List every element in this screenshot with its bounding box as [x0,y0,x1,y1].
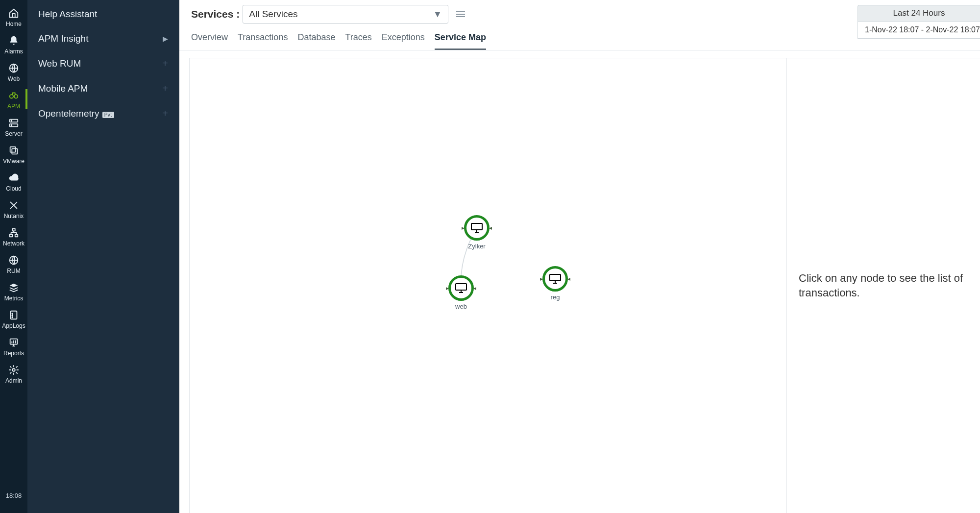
rail-item-web[interactable]: Web [0,58,27,85]
rail-item-network[interactable]: Network [0,222,27,250]
panel-item-web-rum[interactable]: Web RUM+ [27,51,179,76]
node-ring: ▸ ◂ [464,215,490,241]
panel-item-label: Help Assistant [38,9,168,20]
panel-item-help-assistant[interactable]: Help Assistant [27,2,179,26]
svg-rect-13 [11,311,17,319]
node-handle-right[interactable]: ◂ [567,276,571,281]
rail-item-label: RUM [0,268,27,274]
tab-overview[interactable]: Overview [191,32,228,50]
svg-point-2 [14,95,18,98]
tab-transactions[interactable]: Transactions [238,32,288,50]
rail-item-admin[interactable]: Admin [0,360,27,387]
globe-icon [0,62,27,74]
service-node-reg[interactable]: ▸ ◂ reg [542,266,568,301]
node-handle-left[interactable]: ▸ [461,225,465,230]
service-node-web[interactable]: ▸ ◂ web [448,275,474,310]
rail-item-nutanix[interactable]: Nutanix [0,195,27,222]
rail-item-metrics[interactable]: Metrics [0,277,27,305]
panel-item-label: Web RUM [38,58,162,69]
rail-item-rum[interactable]: RUM [0,250,27,277]
time-range-label[interactable]: 1-Nov-22 18:07 - 2-Nov-22 18:07 [858,21,980,39]
tab-database[interactable]: Database [297,32,335,50]
rail-item-applogs[interactable]: AppLogs [0,305,27,332]
service-map-canvas[interactable]: ▸ ◂ Zylker ▸ ◂ web ▸ ◂ reg [189,58,786,513]
svg-rect-25 [550,274,561,281]
reports-icon [0,336,27,349]
pvt-badge: Pvt [102,112,114,118]
tab-traces[interactable]: Traces [345,32,371,50]
node-label: web [448,303,474,310]
rail-clock: 18:08 [0,492,27,499]
rail-item-label: Home [0,21,27,27]
time-quick-label[interactable]: Last 24 Hours [858,5,980,21]
chevron-right-icon: ▶ [163,35,168,43]
rail-item-label: Alarms [0,48,27,55]
svg-point-5 [11,121,12,122]
rail-item-apm[interactable]: APM [0,85,27,113]
rail-item-server[interactable]: Server [0,113,27,140]
server-icon [0,117,27,129]
panel-item-mobile-apm[interactable]: Mobile APM+ [27,76,179,101]
rail-item-home[interactable]: Home [0,3,27,30]
apm-submenu-panel: Help AssistantAPM Insight▶Web RUM+Mobile… [27,0,179,513]
services-select-value: All Services [249,9,297,20]
svg-point-6 [11,125,12,126]
cross-icon [0,199,27,212]
node-handle-left[interactable]: ▸ [445,286,449,291]
transactions-sidepanel: Click on any node to see the list of tra… [786,58,980,513]
rail-item-cloud[interactable]: Cloud [0,168,27,195]
time-range-picker[interactable]: Last 24 Hours 1-Nov-22 18:07 - 2-Nov-22 … [858,5,980,39]
rail-item-label: Server [0,130,27,137]
rail-item-label: Network [0,240,27,247]
service-node-zylker[interactable]: ▸ ◂ Zylker [464,215,490,250]
sidepanel-hint: Click on any node to see the list of tra… [799,271,968,300]
services-label: Services : [191,8,240,20]
tab-exceptions[interactable]: Exceptions [382,32,425,50]
panel-item-label: Mobile APM [38,83,162,94]
nav-rail: Home Alarms Web APM Server VMware Cloud … [0,0,27,513]
rail-item-label: Cloud [0,185,27,192]
rail-item-label: APM [0,103,27,110]
binoculars-icon [0,89,27,102]
svg-rect-8 [12,148,17,154]
panel-item-apm-insight[interactable]: APM Insight▶ [27,26,179,51]
svg-rect-19 [471,223,482,230]
svg-rect-22 [456,284,466,290]
rail-item-reports[interactable]: Reports [0,332,27,360]
panel-item-opentelemetry[interactable]: OpentelemetryPvt+ [27,101,179,126]
svg-point-15 [12,315,13,316]
rum-icon [0,254,27,267]
plus-icon[interactable]: + [162,83,168,94]
rail-item-label: Reports [0,350,27,357]
rail-item-label: Web [0,75,27,82]
applogs-icon [0,309,27,321]
list-view-icon[interactable] [456,11,465,17]
plus-icon[interactable]: + [162,108,168,119]
svg-point-1 [10,95,13,98]
node-ring: ▸ ◂ [542,266,568,292]
gear-icon [0,364,27,376]
panel-item-label: OpentelemetryPvt [38,108,162,119]
caret-down-icon: ▼ [433,9,442,20]
node-handle-right[interactable]: ◂ [489,225,492,230]
node-handle-right[interactable]: ◂ [473,286,477,291]
plus-icon[interactable]: + [162,58,168,69]
svg-rect-7 [10,147,16,152]
cloud-icon [0,171,27,184]
node-handle-left[interactable]: ▸ [539,276,543,281]
main-content: Services : All Services ▼ Last 24 Hours … [179,0,980,513]
home-icon [0,7,27,20]
node-label: Zylker [464,243,490,250]
rail-item-alarms[interactable]: Alarms [0,30,27,58]
rail-item-label: Admin [0,377,27,384]
layers-icon [0,281,27,294]
node-label: reg [542,293,568,301]
rail-item-vmware[interactable]: VMware [0,140,27,168]
panel-item-label: APM Insight [38,33,163,44]
svg-point-14 [12,313,13,314]
tab-service-map[interactable]: Service Map [435,32,486,50]
svg-point-18 [12,368,15,371]
bell-icon [0,34,27,47]
workspace: ▸ ◂ Zylker ▸ ◂ web ▸ ◂ reg Click on any … [189,58,980,513]
services-select[interactable]: All Services ▼ [243,5,448,24]
